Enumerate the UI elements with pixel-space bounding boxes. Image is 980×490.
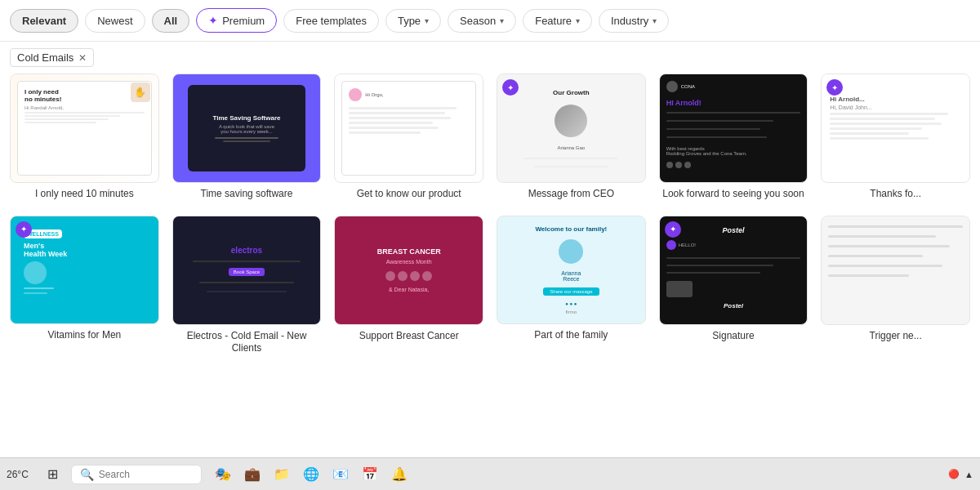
card-label: I only need 10 minutes: [10, 183, 159, 203]
season-dropdown[interactable]: Season ▾: [448, 9, 516, 33]
premium-badge: ✦: [826, 79, 843, 96]
card-label: Signature: [659, 325, 808, 345]
search-input[interactable]: [99, 469, 193, 480]
card-label: Electros - Cold Email - New Clients: [172, 325, 322, 357]
filter-bar: Relevant Newest All ✦ Premium Free templ…: [0, 0, 980, 42]
card-label: Vitamins for Men: [10, 324, 159, 344]
card-thumbnail: ✦ Hi Arnold... Hi, David John...: [821, 74, 970, 183]
template-card[interactable]: ✦ WELLNESS Men'sHealth Week Vitamins for…: [10, 216, 159, 357]
crown-icon: ✦: [208, 14, 218, 27]
newest-tab[interactable]: Newest: [85, 9, 145, 33]
template-card[interactable]: electros Book Space Electros - Cold Emai…: [172, 216, 322, 357]
taskbar-icon-3[interactable]: 📁: [269, 461, 295, 488]
taskbar-icon-5[interactable]: 📧: [327, 461, 354, 488]
card-thumbnail: Time Saving Software A quick look that w…: [172, 74, 322, 183]
premium-badge: ✦: [665, 221, 681, 238]
tag-bar: Cold Emails ✕: [0, 42, 980, 74]
type-dropdown[interactable]: Type ▾: [385, 9, 441, 33]
template-card[interactable]: Hi Orgo, Get to know our product: [334, 74, 483, 203]
templates-grid: I only needno minutes! Hi Randall Arnold…: [10, 74, 970, 357]
chip-label: Cold Emails: [17, 51, 74, 64]
card-thumbnail: BREAST CANCER Awareness Month & Dear Nat…: [334, 216, 483, 325]
chevron-down-icon: ▾: [425, 16, 429, 25]
card-thumbnail: CONA HI Arnold! With best regardsRodding…: [659, 74, 808, 183]
card-label: Part of the family: [497, 324, 646, 344]
template-card[interactable]: BREAST CANCER Awareness Month & Dear Nat…: [334, 216, 483, 357]
template-card[interactable]: CONA HI Arnold! With best regardsRodding…: [659, 74, 808, 203]
card-thumbnail: electros Book Space: [172, 216, 322, 325]
taskbar-icons: 🎭 💼 📁 🌐 📧 📅 🔔: [210, 461, 412, 488]
template-card[interactable]: Time Saving Software A quick look that w…: [172, 74, 322, 203]
search-icon: 🔍: [80, 468, 94, 481]
card-label: Trigger ne...: [821, 325, 970, 345]
free-toggle[interactable]: Free templates: [283, 9, 379, 33]
taskbar-icon-6[interactable]: 📅: [357, 461, 383, 488]
feature-dropdown[interactable]: Feature ▾: [523, 9, 592, 33]
taskbar-icon-1[interactable]: 🎭: [210, 461, 236, 488]
card-label: Time saving software: [172, 183, 322, 203]
all-toggle[interactable]: All: [152, 9, 190, 33]
chevron-down-icon: ▾: [653, 16, 657, 25]
card-thumbnail: Hi Orgo,: [334, 74, 483, 183]
premium-toggle[interactable]: ✦ Premium: [196, 8, 277, 33]
industry-dropdown[interactable]: Industry ▾: [599, 9, 669, 33]
chevron-down-icon: ▾: [500, 16, 504, 25]
active-filter-chip[interactable]: Cold Emails ✕: [10, 48, 94, 67]
premium-badge: ✦: [16, 221, 32, 238]
taskbar: 26°C ⊞ 🔍 🎭 💼 📁 🌐 📧 📅 🔔 🔴 ▲: [0, 457, 980, 490]
close-icon[interactable]: ✕: [78, 52, 87, 64]
card-thumbnail: [821, 216, 970, 325]
card-label: Thanks fo...: [821, 183, 970, 203]
taskbar-icon-7[interactable]: 🔔: [386, 461, 412, 488]
taskbar-icon-4[interactable]: 🌐: [298, 461, 324, 488]
premium-badge: ✦: [502, 79, 519, 96]
chevron-down-icon: ▾: [576, 16, 580, 25]
taskbar-search-bar[interactable]: 🔍: [71, 465, 202, 484]
card-label: Message from CEO: [497, 183, 646, 203]
card-label: Look forward to seeing you soon: [659, 183, 808, 203]
taskbar-clock: ▲: [964, 470, 973, 479]
template-card[interactable]: Trigger ne...: [821, 216, 970, 357]
taskbar-badge: 🔴: [948, 469, 960, 479]
taskbar-system: 🔴 ▲: [948, 469, 973, 479]
card-label: Get to know our product: [334, 183, 483, 203]
taskbar-icon-2[interactable]: 💼: [239, 461, 265, 488]
card-thumbnail: I only needno minutes! Hi Randall Arnold…: [10, 74, 159, 183]
start-button[interactable]: ⊞: [40, 461, 66, 488]
card-thumbnail: Welcome to our family! AriannaReece Shar…: [497, 216, 646, 325]
template-card[interactable]: ✦ Hi Arnold... Hi, David John... Thanks …: [821, 74, 970, 203]
relevant-tab[interactable]: Relevant: [10, 9, 78, 33]
card-thumbnail: ✦ Postel HELLO! Postel: [659, 216, 808, 325]
templates-area: I only needno minutes! Hi Randall Arnold…: [0, 74, 980, 478]
template-card[interactable]: Welcome to our family! AriannaReece Shar…: [497, 216, 646, 357]
template-card[interactable]: I only needno minutes! Hi Randall Arnold…: [10, 74, 159, 203]
card-thumbnail: ✦ Our Growth Arianna Gao: [497, 74, 646, 183]
template-card[interactable]: ✦ Our Growth Arianna Gao Message from CE…: [497, 74, 646, 203]
card-thumbnail: ✦ WELLNESS Men'sHealth Week: [10, 216, 159, 325]
weather-display: 26°C: [7, 469, 29, 480]
template-card[interactable]: ✦ Postel HELLO! Postel Signature: [659, 216, 808, 357]
card-label: Support Breast Cancer: [334, 325, 483, 345]
